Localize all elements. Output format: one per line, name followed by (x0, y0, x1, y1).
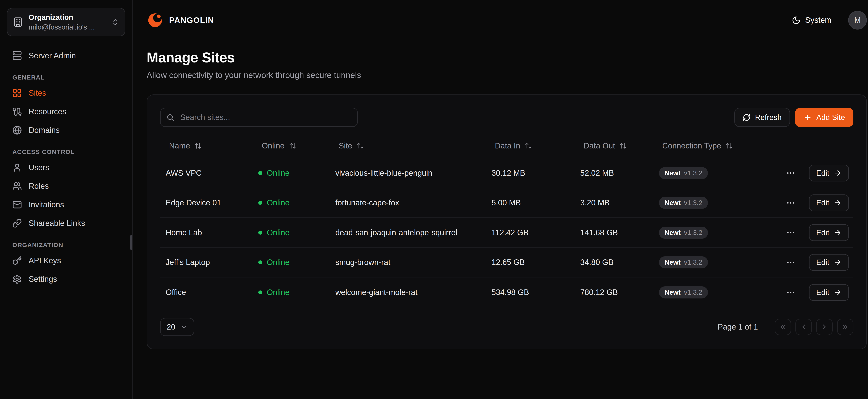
sidebar-item-invitations[interactable]: Invitations (7, 195, 125, 214)
row-more-button[interactable] (784, 166, 798, 180)
column-header-online[interactable]: Online (253, 141, 330, 151)
theme-toggle-label: System (805, 16, 831, 25)
app-root: Organization milo@fossorial.io's ... Ser… (0, 0, 868, 399)
data-in-cell: 112.42 GB (486, 228, 575, 237)
sidebar-item-sites[interactable]: Sites (7, 84, 125, 102)
page-subtitle: Allow connectivity to your network throu… (147, 70, 867, 80)
online-status-dot (258, 171, 262, 175)
table-row: AWS VPC Online vivacious-little-blue-pen… (160, 158, 854, 188)
building-icon (13, 17, 23, 27)
chevron-down-icon (180, 323, 187, 331)
sort-icon (194, 142, 202, 150)
sidebar-item-settings[interactable]: Settings (7, 270, 125, 288)
site-name-cell: Edge Device 01 (160, 198, 253, 207)
online-status-label: Online (267, 198, 289, 207)
theme-toggle[interactable]: System (788, 15, 835, 25)
page-size-select[interactable]: 20 (160, 318, 194, 336)
column-header-site[interactable]: Site (330, 141, 486, 151)
row-more-button[interactable] (784, 225, 798, 240)
row-actions-cell: Edit (750, 194, 854, 211)
chevron-left-icon (800, 323, 808, 331)
user-icon (12, 163, 22, 173)
refresh-label: Refresh (755, 114, 781, 121)
sidebar-item-api-keys[interactable]: API Keys (7, 251, 125, 270)
sidebar-item-label: Domains (29, 126, 60, 135)
brand-home-link[interactable]: PANGOLIN (147, 12, 214, 29)
connection-type-name: Newt (664, 229, 681, 237)
site-slug-cell: dead-san-joaquin-antelope-squirrel (330, 228, 486, 237)
refresh-icon (743, 114, 750, 121)
edit-button[interactable]: Edit (809, 284, 849, 301)
site-slug-cell: vivacious-little-blue-penguin (330, 168, 486, 178)
prev-page-button[interactable] (796, 319, 812, 335)
edit-button[interactable]: Edit (809, 164, 849, 181)
sidebar-item-label: Sites (29, 88, 46, 98)
sort-icon (726, 142, 733, 150)
ellipsis-icon (786, 198, 796, 208)
moon-icon (792, 16, 801, 25)
sidebar-item-server-admin[interactable]: Server Admin (7, 47, 125, 65)
row-more-button[interactable] (784, 196, 798, 210)
sidebar-item-label: Resources (29, 107, 66, 116)
row-actions-cell: Edit (750, 284, 854, 301)
topbar: PANGOLIN System M (133, 0, 868, 40)
edit-button-label: Edit (816, 258, 829, 267)
pangolin-logo-icon (147, 12, 163, 29)
data-out-cell: 34.80 GB (575, 258, 653, 267)
edit-button[interactable]: Edit (809, 194, 849, 211)
site-slug-cell: smug-brown-rat (330, 258, 486, 267)
first-page-button[interactable] (775, 319, 791, 335)
edit-button[interactable]: Edit (809, 254, 849, 271)
column-header-data-in[interactable]: Data In (486, 141, 575, 151)
row-more-button[interactable] (784, 255, 798, 270)
chevrons-right-icon (841, 323, 849, 331)
avatar[interactable]: M (848, 11, 867, 30)
column-header-name[interactable]: Name (160, 141, 253, 151)
connection-type-version: v1.3.2 (684, 199, 702, 207)
row-more-button[interactable] (784, 285, 798, 300)
search-input[interactable] (179, 112, 352, 122)
online-status-dot (258, 290, 262, 295)
sidebar-item-users[interactable]: Users (7, 158, 125, 177)
connection-type-version: v1.3.2 (684, 288, 702, 296)
last-page-button[interactable] (837, 319, 854, 335)
sidebar-item-domains[interactable]: Domains (7, 121, 125, 140)
sites-card: Refresh Add Site Name (147, 94, 867, 349)
column-label: Online (262, 141, 284, 150)
connection-type-name: Newt (664, 258, 681, 266)
site-name-cell: AWS VPC (160, 168, 253, 178)
brand-text: PANGOLIN (169, 16, 214, 25)
sidebar-item-resources[interactable]: Resources (7, 102, 125, 121)
sidebar-scrollbar-thumb[interactable] (130, 235, 132, 250)
connection-type-name: Newt (664, 199, 681, 207)
grid-icon (12, 88, 22, 98)
online-status-dot (258, 260, 262, 265)
sidebar-item-label: Shareable Links (29, 219, 85, 228)
add-site-button[interactable]: Add Site (795, 108, 854, 127)
chevrons-up-down-icon (111, 18, 119, 26)
refresh-button[interactable]: Refresh (734, 108, 790, 127)
search-box[interactable] (160, 108, 358, 127)
sidebar-item-label: Invitations (29, 200, 64, 209)
sidebar-item-roles[interactable]: Roles (7, 177, 125, 195)
column-label: Data Out (584, 141, 615, 150)
connection-type-version: v1.3.2 (684, 169, 702, 177)
edit-button[interactable]: Edit (809, 224, 849, 241)
sidebar-item-shareable-links[interactable]: Shareable Links (7, 214, 125, 233)
data-in-cell: 12.65 GB (486, 258, 575, 267)
table-row: Edge Device 01 Online fortunate-cape-fox… (160, 188, 854, 218)
toolbar-actions: Refresh Add Site (734, 108, 854, 127)
next-page-button[interactable] (816, 319, 833, 335)
column-header-data-out[interactable]: Data Out (575, 141, 653, 151)
column-header-connection-type[interactable]: Connection Type (653, 141, 750, 151)
online-status-dot (258, 231, 262, 235)
arrow-right-icon (834, 288, 842, 296)
ellipsis-icon (786, 168, 796, 178)
column-label: Name (169, 141, 190, 150)
org-picker[interactable]: Organization milo@fossorial.io's ... (7, 8, 125, 36)
page-head: Manage Sites Allow connectivity to your … (133, 40, 868, 80)
add-site-label: Add Site (816, 114, 845, 121)
topbar-right: System M (788, 11, 867, 30)
ellipsis-icon (786, 288, 796, 297)
connection-type-name: Newt (664, 288, 681, 296)
